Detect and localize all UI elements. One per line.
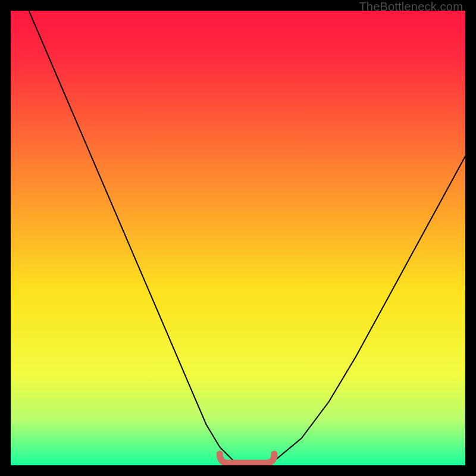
chart-frame: TheBottleneck.com xyxy=(0,0,476,476)
bottleneck-curve xyxy=(29,11,465,465)
watermark-text: TheBottleneck.com xyxy=(359,0,463,14)
bottleneck-curve-svg xyxy=(11,11,465,465)
plot-area xyxy=(11,11,465,465)
